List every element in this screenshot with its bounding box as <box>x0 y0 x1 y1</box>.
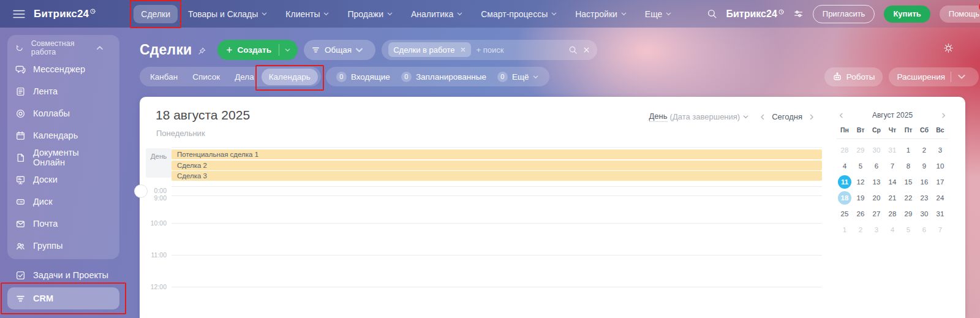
sidebar-item-documents[interactable]: Документы Онлайн <box>7 146 119 168</box>
chevron-down-icon[interactable] <box>284 47 291 53</box>
mini-calendar-day[interactable]: 1 <box>902 143 915 157</box>
create-button[interactable]: Создать <box>217 40 298 60</box>
chevron-down-icon[interactable] <box>957 72 967 81</box>
mini-calendar-day[interactable]: 26 <box>854 207 867 221</box>
mini-calendar-day[interactable]: 30 <box>918 207 931 221</box>
mini-calendar-day[interactable]: 2 <box>854 223 867 237</box>
invite-button[interactable]: Пригласить <box>813 5 875 23</box>
help-button[interactable]: Помощь 8 <box>940 6 980 23</box>
filter-chip-deals-in-progress[interactable]: Сделки в работе <box>388 42 470 57</box>
pin-icon[interactable] <box>197 47 206 56</box>
mini-calendar-day[interactable]: 29 <box>902 207 915 221</box>
sidebar-item-crm[interactable]: CRM <box>7 287 119 309</box>
mini-calendar-month-title[interactable]: Август 2025 <box>872 111 913 119</box>
calendar-controls: День (Дата завершения) Сегодня <box>649 112 815 122</box>
mini-calendar-day[interactable]: 27 <box>870 207 883 221</box>
mini-calendar-day[interactable]: 5 <box>902 223 915 237</box>
next-month-icon[interactable] <box>940 112 947 119</box>
today-button[interactable]: Сегодня <box>772 112 802 121</box>
mini-calendar-day[interactable]: 2 <box>918 143 931 157</box>
counter-incoming[interactable]: 0Входящие <box>332 69 394 85</box>
nav-item-products[interactable]: Товары и Склады <box>181 5 275 23</box>
mini-calendar-day[interactable]: 30 <box>870 143 883 157</box>
clear-search-icon[interactable] <box>582 46 590 54</box>
event-bar[interactable]: Сделка 2 <box>172 161 822 170</box>
sidebar-item-boards[interactable]: Доски <box>7 168 119 191</box>
event-bar[interactable]: Потенциальная сделка 1 <box>172 150 822 159</box>
previous-month-icon[interactable] <box>838 112 845 119</box>
search-filter-bar[interactable]: Сделки в работе + поиск <box>382 40 597 60</box>
mini-calendar-day[interactable]: 9 <box>918 159 931 173</box>
extensions-button[interactable]: Расширения <box>889 67 979 86</box>
nav-item-analytics[interactable]: Аналитика <box>404 5 470 23</box>
mini-calendar-day[interactable]: 6 <box>918 223 931 237</box>
mini-calendar-day[interactable]: 31 <box>886 143 899 157</box>
view-mode-selector[interactable]: День (Дата завершения) <box>649 112 750 122</box>
sidebar-item-tasks[interactable]: Задачи и Проекты <box>7 264 119 286</box>
mini-calendar-day[interactable]: 4 <box>886 223 899 237</box>
counter-more[interactable]: 0Ещё <box>493 69 543 85</box>
mini-calendar-day[interactable]: 19 <box>854 191 867 205</box>
remove-filter-icon[interactable] <box>460 47 466 53</box>
previous-day-icon[interactable] <box>759 113 766 121</box>
tab-list[interactable]: Список <box>185 69 227 85</box>
mini-calendar-day[interactable]: 24 <box>933 191 947 205</box>
tab-calendar[interactable]: Календарь <box>262 69 318 85</box>
mini-calendar-day[interactable]: 25 <box>838 207 851 221</box>
sidebar-item-calendar[interactable]: Календарь <box>7 124 119 146</box>
mini-calendar-day[interactable]: 5 <box>854 159 867 173</box>
mini-calendar-day[interactable]: 4 <box>838 159 851 173</box>
hamburger-menu-icon[interactable] <box>13 9 25 19</box>
mini-calendar-day[interactable]: 1 <box>838 223 851 237</box>
nav-item-smart-processes[interactable]: Смарт-процессы <box>473 5 565 23</box>
nav-item-sales[interactable]: Продажи <box>340 5 400 23</box>
sidebar-item-groups[interactable]: Группы <box>7 235 119 257</box>
mini-calendar-day[interactable]: 3 <box>870 223 883 237</box>
mini-calendar-day[interactable]: 22 <box>902 191 915 205</box>
sidebar-group-collaboration[interactable]: Совместная работа <box>7 37 119 58</box>
nav-item-more[interactable]: Еще <box>638 5 680 23</box>
mini-calendar-day[interactable]: 29 <box>854 143 867 157</box>
mini-calendar-day[interactable]: 6 <box>870 159 883 173</box>
counter-planned[interactable]: 0Запланированные <box>397 69 491 85</box>
tune-sliders-icon[interactable] <box>793 9 804 19</box>
mini-calendar-day[interactable]: 28 <box>838 143 851 157</box>
sidebar-item-messenger[interactable]: Мессенджер <box>7 58 119 80</box>
views-filter-button[interactable]: Общая <box>304 40 375 60</box>
mini-calendar-day[interactable]: 12 <box>854 175 867 189</box>
tab-activities[interactable]: Дела <box>227 69 262 85</box>
mini-calendar-day[interactable]: 13 <box>870 175 883 189</box>
mini-calendar-day[interactable]: 23 <box>918 191 931 205</box>
sidebar-item-collabs[interactable]: Коллабы <box>7 102 119 124</box>
mini-calendar-day[interactable]: 14 <box>886 175 899 189</box>
mini-calendar-day-today[interactable]: 11 <box>838 175 851 189</box>
sidebar-item-mail[interactable]: Почта <box>7 213 119 235</box>
nav-item-deals[interactable]: Сделки <box>134 5 178 23</box>
settings-gear-icon[interactable] <box>943 43 954 53</box>
robots-button[interactable]: Роботы <box>824 67 883 86</box>
event-bar[interactable]: Сделка 3 <box>172 171 822 181</box>
sidebar-item-feed[interactable]: Лента <box>7 80 119 102</box>
buy-button[interactable]: Купить <box>884 6 930 23</box>
next-day-icon[interactable] <box>808 113 815 121</box>
tab-kanban[interactable]: Канбан <box>143 69 185 85</box>
mini-calendar-day[interactable]: 10 <box>933 159 947 173</box>
sidebar-item-drive[interactable]: Диск <box>7 191 119 213</box>
mini-calendar-day[interactable]: 8 <box>902 159 915 173</box>
mini-calendar-day[interactable]: 7 <box>933 223 947 237</box>
sidebar-item-sites[interactable]: Сайты и магазины <box>7 314 119 318</box>
nav-item-clients[interactable]: Клиенты <box>278 5 337 23</box>
mini-calendar-day[interactable]: 7 <box>886 159 899 173</box>
mini-calendar-day[interactable]: 31 <box>933 207 947 221</box>
search-icon[interactable] <box>707 9 717 19</box>
mini-calendar-day[interactable]: 28 <box>886 207 899 221</box>
search-icon[interactable] <box>568 45 578 55</box>
mini-calendar-day[interactable]: 16 <box>918 175 931 189</box>
mini-calendar-day[interactable]: 3 <box>933 143 947 157</box>
mini-calendar-day[interactable]: 20 <box>870 191 883 205</box>
mini-calendar-day-selected[interactable]: 18 <box>838 191 851 205</box>
nav-item-settings[interactable]: Настройки <box>568 5 635 23</box>
mini-calendar-day[interactable]: 15 <box>902 175 915 189</box>
mini-calendar-day[interactable]: 21 <box>886 191 899 205</box>
mini-calendar-day[interactable]: 17 <box>933 175 947 189</box>
